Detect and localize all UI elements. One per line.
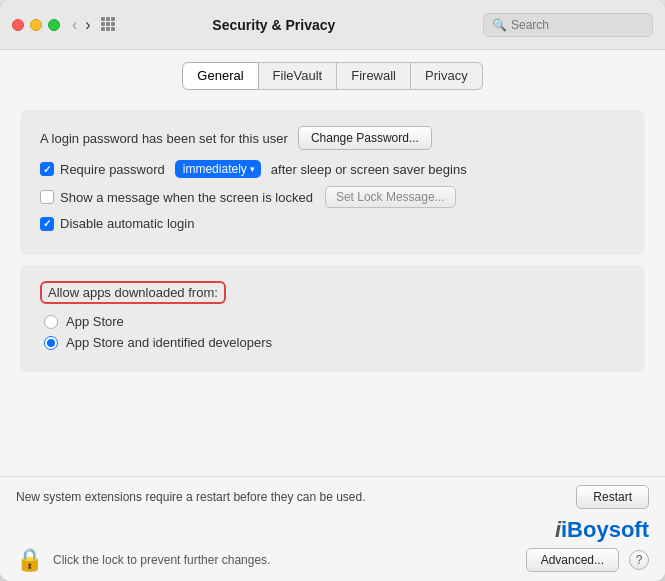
change-password-button[interactable]: Change Password... bbox=[298, 126, 432, 150]
restart-text: New system extensions require a restart … bbox=[16, 490, 576, 504]
lock-text: Click the lock to prevent further change… bbox=[53, 553, 516, 567]
login-section: A login password has been set for this u… bbox=[20, 110, 645, 255]
tab-general[interactable]: General bbox=[182, 62, 258, 90]
iboysoft-logo: iiBoysoft bbox=[16, 517, 649, 543]
tab-firewall[interactable]: Firewall bbox=[337, 62, 411, 90]
dropdown-arrow-icon: ▾ bbox=[250, 164, 255, 174]
close-button[interactable] bbox=[12, 19, 24, 31]
minimize-button[interactable] bbox=[30, 19, 42, 31]
tab-filevault[interactable]: FileVault bbox=[259, 62, 338, 90]
require-password-row: Require password immediately ▾ after sle… bbox=[40, 160, 625, 178]
iboysoft-text: iBoysoft bbox=[561, 517, 649, 542]
password-timing-dropdown[interactable]: immediately ▾ bbox=[175, 160, 261, 178]
require-password-label: Require password bbox=[60, 162, 165, 177]
show-message-label: Show a message when the screen is locked bbox=[60, 190, 313, 205]
search-bar: 🔍 bbox=[483, 13, 653, 37]
titlebar: ‹ › Security & Privacy 🔍 bbox=[0, 0, 665, 50]
allow-label-container: Allow apps downloaded from: bbox=[40, 281, 226, 304]
search-input[interactable] bbox=[511, 18, 644, 32]
disable-login-checkbox[interactable] bbox=[40, 217, 54, 231]
maximize-button[interactable] bbox=[48, 19, 60, 31]
window-title: Security & Privacy bbox=[65, 17, 483, 33]
login-row: A login password has been set for this u… bbox=[40, 126, 625, 150]
traffic-lights bbox=[12, 19, 60, 31]
restart-row: New system extensions require a restart … bbox=[16, 485, 649, 509]
app-store-identified-radio[interactable] bbox=[44, 336, 58, 350]
after-sleep-text: after sleep or screen saver begins bbox=[271, 162, 467, 177]
app-store-identified-label: App Store and identified developers bbox=[66, 335, 272, 350]
restart-button[interactable]: Restart bbox=[576, 485, 649, 509]
app-store-radio-row[interactable]: App Store bbox=[40, 314, 625, 329]
content-area: A login password has been set for this u… bbox=[0, 98, 665, 476]
tab-privacy[interactable]: Privacy bbox=[411, 62, 483, 90]
allow-apps-label: Allow apps downloaded from: bbox=[40, 281, 226, 304]
app-store-label: App Store bbox=[66, 314, 124, 329]
require-password-checkbox[interactable] bbox=[40, 162, 54, 176]
lock-row: 🔒 Click the lock to prevent further chan… bbox=[16, 547, 649, 573]
login-text: A login password has been set for this u… bbox=[40, 131, 288, 146]
search-icon: 🔍 bbox=[492, 18, 507, 32]
app-store-identified-radio-row[interactable]: App Store and identified developers bbox=[40, 335, 625, 350]
password-timing-value: immediately bbox=[183, 162, 247, 176]
advanced-button[interactable]: Advanced... bbox=[526, 548, 619, 572]
show-message-checkbox[interactable] bbox=[40, 190, 54, 204]
disable-login-label: Disable automatic login bbox=[60, 216, 194, 231]
disable-login-row: Disable automatic login bbox=[40, 216, 625, 231]
bottom-bar: New system extensions require a restart … bbox=[0, 476, 665, 581]
lock-icon[interactable]: 🔒 bbox=[16, 547, 43, 573]
set-lock-message-button[interactable]: Set Lock Message... bbox=[325, 186, 456, 208]
tabs-row: General FileVault Firewall Privacy bbox=[0, 50, 665, 98]
help-button[interactable]: ? bbox=[629, 550, 649, 570]
show-message-row: Show a message when the screen is locked… bbox=[40, 186, 625, 208]
apps-section: Allow apps downloaded from: App Store Ap… bbox=[20, 265, 645, 372]
app-store-radio[interactable] bbox=[44, 315, 58, 329]
